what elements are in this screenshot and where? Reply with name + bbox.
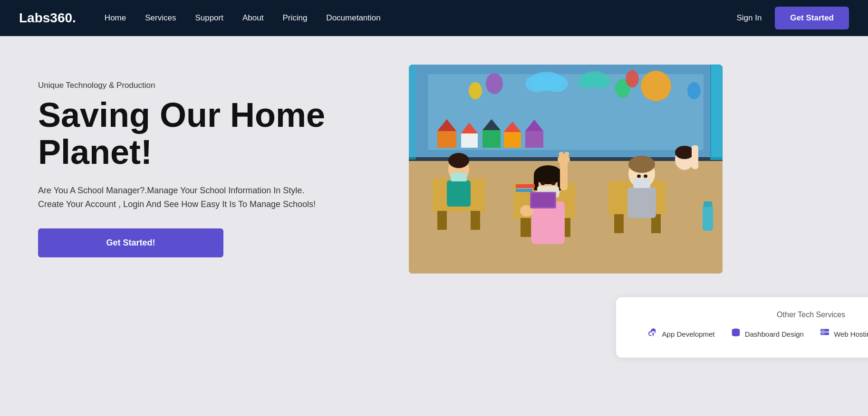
server-icon [820,328,830,340]
svg-rect-28 [437,211,447,230]
svg-point-77 [822,330,823,331]
svg-point-49 [540,181,545,185]
svg-rect-65 [627,187,656,218]
hero-content: Unique Technology & Production Saving Ou… [38,81,380,257]
svg-point-6 [544,75,568,92]
svg-rect-34 [614,214,624,233]
classroom-svg [409,65,723,274]
svg-point-13 [626,70,639,87]
service-item-hosting: Web Hosting [820,328,868,340]
services-card-title: Other Tech Services [645,311,868,319]
service-hosting-label: Web Hosting [834,330,868,338]
hero-cta-button[interactable]: Get Started! [38,228,223,257]
svg-point-10 [486,73,503,94]
svg-rect-42 [692,145,698,169]
nav-about[interactable]: About [242,13,263,23]
svg-rect-21 [504,132,521,148]
nav-home[interactable]: Home [105,13,126,23]
hero-section: Unique Technology & Production Saving Ou… [0,36,868,293]
service-dashboard-label: Dashboard Design [745,330,804,338]
svg-rect-73 [409,65,416,160]
svg-rect-60 [531,193,555,207]
svg-point-9 [592,75,611,88]
svg-point-37 [448,153,469,168]
nav-links: Home Services Support About Pricing Docu… [105,13,737,23]
service-item-app: App Developmet [648,328,715,340]
nav-pricing[interactable]: Pricing [282,13,307,23]
svg-point-64 [628,156,655,173]
cloud-icon [648,328,658,340]
svg-rect-39 [451,173,467,181]
svg-rect-23 [525,131,543,148]
hero-title-line1: Saving Our Home [38,96,325,134]
svg-point-80 [823,333,824,334]
sign-in-button[interactable]: Sign In [736,13,762,23]
svg-rect-38 [447,180,471,207]
svg-point-68 [644,175,647,178]
hero-description: Are You A School Manager?.Manage Your Sc… [38,184,323,211]
svg-point-3 [641,71,671,101]
svg-rect-29 [471,211,480,230]
hero-title: Saving Our Home Planet! [38,97,380,171]
navbar-actions: Sign In Get Started [736,7,849,29]
hero-subtitle: Unique Technology & Production [38,81,380,90]
svg-rect-61 [516,184,535,188]
svg-rect-15 [437,131,456,148]
svg-point-50 [551,181,556,185]
svg-rect-66 [633,179,650,188]
svg-rect-69 [703,205,713,231]
hero-title-line2: Planet! [38,133,152,171]
nav-support[interactable]: Support [195,13,223,23]
services-list: App Developmet Dashboard Design [645,328,868,340]
svg-rect-17 [461,133,478,148]
get-started-nav-button[interactable]: Get Started [775,7,849,29]
bottom-section: Other Tech Services App Developmet [0,297,868,386]
navbar: Labs360. Home Services Support About Pri… [0,0,868,36]
svg-point-79 [823,330,824,331]
service-item-dashboard: Dashboard Design [731,328,804,340]
svg-point-14 [687,82,701,99]
service-app-label: App Developmet [662,330,715,338]
brand-logo[interactable]: Labs360. [19,10,76,26]
nav-documentation[interactable]: Documetantion [326,13,380,23]
svg-point-12 [469,82,482,99]
svg-point-78 [822,333,823,334]
svg-rect-70 [704,201,712,207]
svg-rect-51 [560,160,568,190]
svg-rect-71 [711,65,723,160]
nav-services[interactable]: Services [145,13,176,23]
svg-rect-19 [482,130,501,148]
svg-rect-31 [521,218,531,237]
hero-image-container [409,65,723,274]
hero-image [409,65,723,274]
svg-point-67 [637,175,641,178]
svg-point-41 [675,146,694,159]
services-card: Other Tech Services App Developmet [616,297,868,358]
database-icon [731,328,741,340]
svg-rect-62 [516,189,532,192]
